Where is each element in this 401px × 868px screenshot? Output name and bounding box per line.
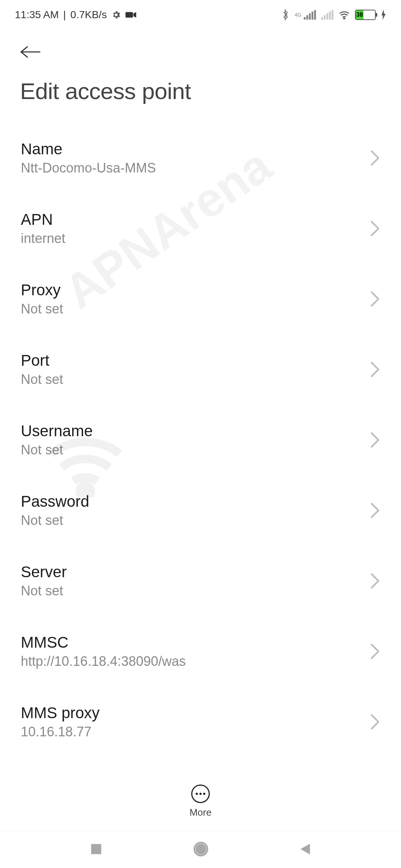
chevron-right-icon: [370, 220, 380, 237]
setting-label: MMS proxy: [21, 704, 370, 722]
status-left: 11:35 AM | 0.7KB/s: [15, 9, 137, 21]
wifi-icon: [339, 10, 350, 19]
setting-value: Not set: [21, 372, 370, 387]
svg-point-1: [344, 18, 345, 19]
nav-back-button[interactable]: [299, 842, 311, 857]
content: APNArena NameNtt-Docomo-Usa-MMSAPNintern…: [0, 108, 401, 757]
setting-value: 10.16.18.77: [21, 724, 370, 740]
setting-label: Server: [21, 563, 370, 581]
setting-row-name[interactable]: NameNtt-Docomo-Usa-MMS: [0, 123, 401, 193]
clock-text: 11:35 AM: [15, 9, 59, 21]
setting-value: Not set: [21, 583, 370, 599]
footer-actions: More: [0, 772, 401, 831]
setting-label: Username: [21, 422, 370, 440]
setting-value: http://10.16.18.4:38090/was: [21, 654, 370, 669]
more-button[interactable]: More: [189, 785, 211, 818]
setting-label: Port: [21, 352, 370, 369]
header: Edit access point: [0, 30, 401, 108]
setting-label: Name: [21, 140, 370, 158]
nav-recent-button[interactable]: [90, 843, 102, 857]
bluetooth-icon: [281, 9, 289, 20]
network-type-4g: 4G: [294, 12, 301, 18]
chevron-right-icon: [370, 573, 380, 589]
chevron-right-icon: [370, 291, 380, 307]
setting-label: APN: [21, 211, 370, 228]
signal-bars-sim1-icon: [304, 10, 316, 20]
svg-rect-0: [125, 12, 133, 18]
battery-level: 38: [356, 10, 363, 19]
settings-list: NameNtt-Docomo-Usa-MMSAPNinternetProxyNo…: [0, 123, 401, 757]
chevron-right-icon: [370, 432, 380, 448]
network-speed: 0.7KB/s: [71, 9, 107, 21]
setting-value: internet: [21, 231, 370, 246]
status-right: 4G 38: [281, 9, 386, 20]
setting-label: Proxy: [21, 281, 370, 299]
arrow-left-icon: [20, 45, 41, 59]
more-icon: [191, 785, 210, 803]
setting-row-port[interactable]: PortNot set: [0, 334, 401, 405]
settings-list-scroll[interactable]: APNArena NameNtt-Docomo-Usa-MMSAPNintern…: [0, 108, 401, 790]
back-button[interactable]: [20, 41, 42, 63]
chevron-right-icon: [370, 502, 380, 519]
chevron-right-icon: [370, 643, 380, 660]
setting-value: Ntt-Docomo-Usa-MMS: [21, 160, 370, 176]
setting-label: Password: [21, 493, 370, 510]
more-label: More: [189, 807, 211, 818]
gear-icon: [111, 10, 121, 20]
setting-value: Not set: [21, 442, 370, 458]
signal-bars-sim2-icon: [321, 10, 333, 20]
svg-point-6: [196, 844, 206, 854]
setting-row-password[interactable]: PasswordNot set: [0, 475, 401, 546]
camera-icon: [125, 11, 137, 19]
setting-row-server[interactable]: ServerNot set: [0, 546, 401, 616]
chevron-right-icon: [370, 150, 380, 166]
android-nav-bar: [0, 831, 401, 868]
svg-rect-4: [91, 844, 101, 854]
nav-home-button[interactable]: [193, 841, 209, 858]
status-bar: 11:35 AM | 0.7KB/s 4G 38: [0, 0, 401, 30]
setting-row-apn[interactable]: APNinternet: [0, 193, 401, 264]
chevron-right-icon: [370, 361, 380, 378]
page-title: Edit access point: [20, 78, 381, 104]
setting-row-proxy[interactable]: ProxyNot set: [0, 264, 401, 334]
setting-row-mms-proxy[interactable]: MMS proxy10.16.18.77: [0, 687, 401, 757]
chevron-right-icon: [370, 714, 380, 730]
setting-row-username[interactable]: UsernameNot set: [0, 405, 401, 475]
setting-value: Not set: [21, 513, 370, 528]
battery-icon: 38: [355, 10, 376, 20]
setting-value: Not set: [21, 301, 370, 317]
setting-label: MMSC: [21, 634, 370, 651]
charging-icon: [381, 10, 386, 20]
setting-row-mmsc[interactable]: MMSChttp://10.16.18.4:38090/was: [0, 616, 401, 687]
